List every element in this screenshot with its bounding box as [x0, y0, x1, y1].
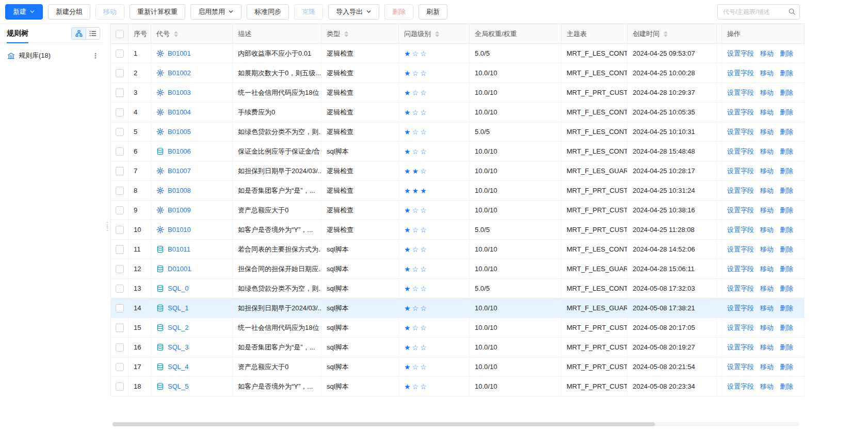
- rule-code-link[interactable]: B01004: [168, 108, 191, 116]
- column-header-code[interactable]: 代号: [151, 24, 233, 44]
- set-fields-link[interactable]: 设置字段: [727, 363, 754, 371]
- delete-link[interactable]: 删除: [780, 343, 793, 351]
- column-header-type[interactable]: 类型: [322, 24, 399, 44]
- row-checkbox[interactable]: [116, 265, 124, 273]
- import-export-button[interactable]: 导入导出: [328, 4, 379, 20]
- set-fields-link[interactable]: 设置字段: [727, 304, 754, 312]
- search-icon[interactable]: [788, 8, 796, 15]
- delete-link[interactable]: 删除: [780, 206, 793, 214]
- move-link[interactable]: 移动: [760, 382, 774, 390]
- move-link[interactable]: 移动: [760, 89, 774, 96]
- move-link[interactable]: 移动: [760, 285, 774, 292]
- move-link[interactable]: 移动: [760, 167, 774, 175]
- set-fields-link[interactable]: 设置字段: [727, 128, 754, 136]
- set-fields-link[interactable]: 设置字段: [727, 108, 754, 116]
- set-fields-link[interactable]: 设置字段: [727, 343, 754, 351]
- sort-icon[interactable]: [664, 31, 668, 37]
- move-link[interactable]: 移动: [760, 265, 774, 273]
- row-checkbox[interactable]: [116, 108, 124, 116]
- rule-code-link[interactable]: SQL_5: [168, 382, 188, 390]
- rule-code-link[interactable]: B01005: [168, 128, 191, 136]
- row-checkbox[interactable]: [116, 69, 124, 77]
- move-link[interactable]: 移动: [760, 187, 774, 194]
- set-fields-link[interactable]: 设置字段: [727, 382, 754, 390]
- move-link[interactable]: 移动: [760, 343, 774, 351]
- rule-code-link[interactable]: SQL_3: [168, 343, 188, 351]
- row-checkbox[interactable]: [116, 187, 124, 195]
- delete-link[interactable]: 删除: [780, 49, 793, 57]
- row-checkbox[interactable]: [116, 226, 124, 234]
- set-fields-link[interactable]: 设置字段: [727, 324, 754, 331]
- enable-disable-button[interactable]: 启用禁用: [190, 4, 242, 20]
- rule-code-link[interactable]: B01002: [168, 69, 191, 77]
- set-fields-link[interactable]: 设置字段: [727, 147, 754, 155]
- delete-link[interactable]: 删除: [780, 187, 793, 194]
- row-checkbox[interactable]: [116, 285, 124, 293]
- row-checkbox[interactable]: [116, 343, 124, 352]
- sort-icon[interactable]: [174, 31, 178, 37]
- delete-link[interactable]: 删除: [780, 304, 793, 312]
- move-link[interactable]: 移动: [760, 128, 774, 136]
- set-fields-link[interactable]: 设置字段: [727, 285, 754, 292]
- set-fields-link[interactable]: 设置字段: [727, 226, 754, 234]
- set-fields-link[interactable]: 设置字段: [727, 49, 754, 57]
- column-header-created-time[interactable]: 创建时间: [628, 24, 717, 44]
- rule-code-link[interactable]: B01001: [168, 49, 191, 57]
- move-link[interactable]: 移动: [760, 49, 774, 57]
- list-view-button[interactable]: [86, 28, 100, 39]
- tree-item-rule-library[interactable]: 规则库(18) ⋮: [0, 46, 104, 65]
- delete-link[interactable]: 删除: [780, 324, 793, 331]
- set-fields-link[interactable]: 设置字段: [727, 69, 754, 77]
- new-button[interactable]: 新建: [5, 4, 43, 20]
- move-link[interactable]: 移动: [760, 304, 774, 312]
- scrollbar-thumb[interactable]: [112, 422, 655, 426]
- move-link[interactable]: 移动: [760, 245, 774, 253]
- delete-link[interactable]: 删除: [780, 167, 793, 175]
- tree-view-button[interactable]: [72, 28, 86, 39]
- recalculate-weight-button[interactable]: 重新计算权重: [130, 4, 185, 20]
- row-checkbox[interactable]: [116, 147, 124, 156]
- row-checkbox[interactable]: [116, 167, 124, 175]
- rule-code-link[interactable]: B01011: [168, 245, 190, 253]
- delete-button[interactable]: 删除: [384, 4, 413, 20]
- row-checkbox[interactable]: [116, 324, 124, 332]
- row-checkbox[interactable]: [116, 382, 124, 391]
- move-link[interactable]: 移动: [760, 147, 774, 155]
- rule-code-link[interactable]: SQL_1: [168, 304, 188, 312]
- set-fields-link[interactable]: 设置字段: [727, 167, 754, 175]
- standard-sync-button[interactable]: 标准同步: [247, 4, 289, 20]
- delete-link[interactable]: 删除: [780, 285, 793, 292]
- move-link[interactable]: 移动: [760, 69, 774, 77]
- set-fields-link[interactable]: 设置字段: [727, 206, 754, 214]
- rule-code-link[interactable]: B01010: [168, 226, 191, 234]
- rule-code-link[interactable]: B01009: [168, 206, 191, 214]
- rule-code-link[interactable]: D01001: [168, 265, 191, 273]
- rule-code-link[interactable]: B01003: [168, 89, 191, 96]
- delete-link[interactable]: 删除: [780, 128, 793, 136]
- delete-link[interactable]: 删除: [780, 147, 793, 155]
- move-link[interactable]: 移动: [760, 226, 774, 234]
- rule-code-link[interactable]: B01006: [168, 147, 191, 155]
- delete-link[interactable]: 删除: [780, 226, 793, 234]
- sort-icon[interactable]: [435, 31, 439, 37]
- search-input[interactable]: [717, 4, 800, 20]
- column-header-level[interactable]: 问题级别: [399, 24, 470, 44]
- rule-code-link[interactable]: B01007: [168, 167, 191, 175]
- rule-code-link[interactable]: SQL_2: [168, 324, 188, 331]
- select-all-checkbox[interactable]: [116, 30, 124, 38]
- set-fields-link[interactable]: 设置字段: [727, 187, 754, 194]
- delete-link[interactable]: 删除: [780, 245, 793, 253]
- move-link[interactable]: 移动: [760, 206, 774, 214]
- delete-link[interactable]: 删除: [780, 108, 793, 116]
- set-fields-link[interactable]: 设置字段: [727, 265, 754, 273]
- set-fields-link[interactable]: 设置字段: [727, 245, 754, 253]
- rule-code-link[interactable]: SQL_0: [168, 285, 188, 292]
- delete-link[interactable]: 删除: [780, 363, 793, 371]
- rule-code-link[interactable]: SQL_4: [168, 363, 188, 371]
- row-checkbox[interactable]: [116, 49, 124, 58]
- new-group-button[interactable]: 新建分组: [48, 4, 90, 20]
- sort-icon[interactable]: [344, 31, 348, 37]
- horizontal-scrollbar[interactable]: [112, 422, 799, 426]
- row-checkbox[interactable]: [116, 304, 124, 312]
- move-button[interactable]: 移动: [95, 4, 124, 20]
